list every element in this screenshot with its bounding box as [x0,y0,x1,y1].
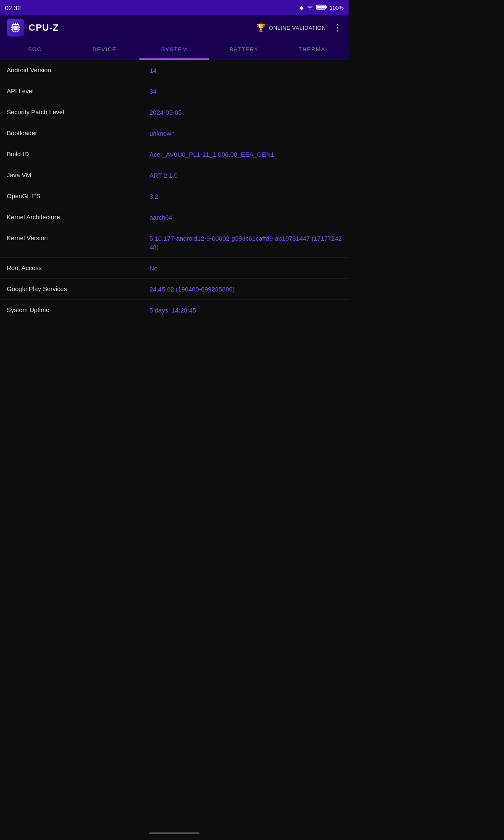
row-value-opengl-es: 3.2 [150,192,342,201]
row-value-kernel-version: 5.10.177-android12-9-00002-g593c61caffd9… [150,234,342,252]
table-row: Bootloader unknown [0,123,349,144]
diamond-icon: ◆ [299,5,304,11]
tab-soc[interactable]: SOC [0,40,70,60]
table-row: System Uptime 5 days, 14:28:45 [0,300,349,321]
status-bar: 02:32 ◆ 100% [0,0,349,15]
home-indicator [149,832,200,834]
row-value-android-version: 14 [150,66,342,75]
trophy-icon: 🏆 [256,23,266,32]
row-value-java-vm: ART 2.1.0 [150,171,342,180]
system-info-table: Android Version 14 API Level 34 Security… [0,60,349,321]
row-value-security-patch: 2024-05-05 [150,108,342,117]
row-label-system-uptime: System Uptime [7,306,150,313]
row-value-google-play: 24.45.62 (190400-699285886) [150,285,342,294]
row-value-root-access: No [150,264,342,273]
row-value-api-level: 34 [150,87,342,96]
online-validation-button[interactable]: 🏆 ONLINE VALIDATION [256,23,326,32]
tab-battery[interactable]: BATTERY [209,40,279,60]
row-value-system-uptime: 5 days, 14:28:45 [150,306,342,315]
row-label-opengl-es: OpenGL ES [7,192,150,200]
cpu-icon [7,19,24,37]
table-row: OpenGL ES 3.2 [0,186,349,207]
table-row: API Level 34 [0,81,349,102]
row-label-google-play: Google Play Services [7,285,150,292]
svg-rect-4 [13,26,18,30]
tab-system[interactable]: SYSTEM [139,40,209,60]
battery-percent: 100% [330,5,344,11]
status-icons: ◆ 100% [299,4,344,11]
header-actions: 🏆 ONLINE VALIDATION ⋮ [256,22,342,33]
row-value-build-id: Acer_AV0U0_P11-11_1.006.00_EEA_GEN1 [150,150,342,159]
row-label-android-version: Android Version [7,66,150,74]
row-label-api-level: API Level [7,87,150,94]
svg-rect-1 [317,5,325,8]
row-label-root-access: Root Access [7,264,150,271]
tab-device[interactable]: DEVICE [70,40,139,60]
tab-thermal[interactable]: THERMAL [279,40,349,60]
table-row: Build ID Acer_AV0U0_P11-11_1.006.00_EEA_… [0,144,349,165]
table-row: Kernel Version 5.10.177-android12-9-0000… [0,228,349,258]
app-header: CPU-Z 🏆 ONLINE VALIDATION ⋮ [0,15,349,40]
more-options-button[interactable]: ⋮ [333,22,342,33]
row-label-build-id: Build ID [7,150,150,158]
svg-rect-2 [326,6,327,8]
table-row: Java VM ART 2.1.0 [0,165,349,186]
row-value-kernel-arch: aarch64 [150,213,342,222]
table-row: Android Version 14 [0,60,349,81]
table-row: Security Patch Level 2024-05-05 [0,102,349,123]
row-label-kernel-arch: Kernel Architecture [7,213,150,220]
row-value-bootloader: unknown [150,129,342,138]
app-logo: CPU-Z [7,19,59,37]
wifi-icon [306,4,314,11]
row-label-security-patch: Security Patch Level [7,108,150,116]
row-label-kernel-version: Kernel Version [7,234,150,242]
online-validation-label: ONLINE VALIDATION [269,25,326,31]
row-label-bootloader: Bootloader [7,129,150,136]
app-title: CPU-Z [29,22,59,33]
row-label-java-vm: Java VM [7,171,150,178]
table-row: Google Play Services 24.45.62 (190400-69… [0,279,349,300]
table-row: Kernel Architecture aarch64 [0,207,349,228]
bottom-bar [0,827,349,840]
battery-icon [316,4,327,11]
tabs-bar: SOC DEVICE SYSTEM BATTERY THERMAL [0,40,349,60]
status-time: 02:32 [5,4,21,11]
table-row: Root Access No [0,258,349,279]
